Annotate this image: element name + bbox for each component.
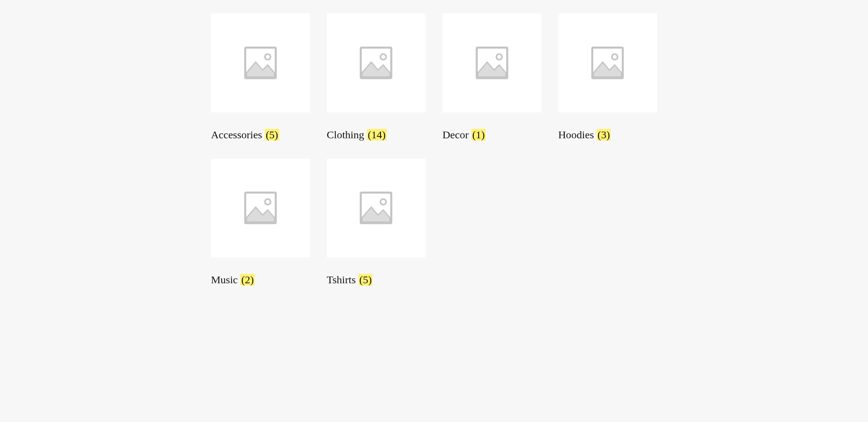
category-name: Accessories	[211, 129, 262, 141]
image-placeholder-icon	[587, 43, 628, 83]
category-card-accessories[interactable]: Accessories (5)	[211, 13, 310, 142]
category-image-placeholder	[327, 159, 426, 258]
category-title: Hoodies (3)	[558, 128, 657, 142]
category-title: Music (2)	[211, 273, 310, 287]
image-placeholder-icon	[356, 188, 396, 228]
category-image-placeholder	[327, 13, 426, 112]
category-card-decor[interactable]: Decor (1)	[442, 13, 541, 142]
category-card-tshirts[interactable]: Tshirts (5)	[327, 159, 426, 287]
svg-point-7	[612, 54, 618, 60]
category-count: (2)	[240, 274, 255, 285]
category-image-placeholder	[442, 13, 541, 112]
category-container: Accessories (5) Clothing (14)	[202, 13, 666, 287]
category-card-hoodies[interactable]: Hoodies (3)	[558, 13, 657, 142]
svg-point-9	[265, 199, 271, 205]
category-title: Decor (1)	[442, 128, 541, 142]
category-name: Tshirts	[327, 274, 356, 285]
svg-point-3	[380, 54, 386, 60]
category-card-music[interactable]: Music (2)	[211, 159, 310, 287]
category-title: Accessories (5)	[211, 128, 310, 142]
image-placeholder-icon	[472, 43, 512, 83]
category-count: (5)	[359, 274, 373, 285]
image-placeholder-icon	[356, 43, 396, 83]
category-name: Decor	[442, 129, 469, 141]
category-count: (1)	[471, 129, 486, 141]
category-image-placeholder	[211, 13, 310, 112]
category-name: Clothing	[327, 129, 364, 141]
svg-point-11	[380, 199, 386, 205]
category-grid: Accessories (5) Clothing (14)	[211, 13, 657, 287]
category-card-clothing[interactable]: Clothing (14)	[327, 13, 426, 142]
category-title: Tshirts (5)	[327, 273, 426, 287]
category-image-placeholder	[211, 159, 310, 258]
category-count: (14)	[367, 129, 387, 141]
svg-point-1	[265, 54, 271, 60]
category-count: (3)	[597, 129, 611, 141]
image-placeholder-icon	[240, 188, 281, 228]
image-placeholder-icon	[240, 43, 281, 83]
category-name: Music	[211, 274, 238, 285]
category-name: Hoodies	[558, 129, 594, 141]
category-title: Clothing (14)	[327, 128, 426, 142]
category-count: (5)	[265, 129, 279, 141]
category-image-placeholder	[558, 13, 657, 112]
svg-point-5	[496, 54, 502, 60]
